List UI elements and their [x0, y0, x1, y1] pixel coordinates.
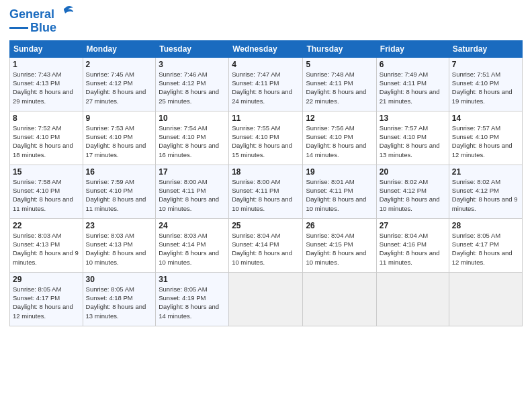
day-info: Sunrise: 8:01 AMSunset: 4:11 PMDaylight:… [306, 178, 366, 212]
calendar-cell: 1Sunrise: 7:43 AMSunset: 4:13 PMDaylight… [10, 57, 83, 111]
day-number: 29 [13, 275, 80, 284]
calendar-cell: 7Sunrise: 7:51 AMSunset: 4:10 PMDaylight… [449, 57, 522, 111]
calendar-cell: 16Sunrise: 7:59 AMSunset: 4:10 PMDayligh… [83, 165, 156, 218]
calendar-cell: 11Sunrise: 7:55 AMSunset: 4:10 PMDayligh… [229, 111, 303, 165]
day-number: 6 [380, 60, 446, 69]
calendar-cell: 5Sunrise: 7:48 AMSunset: 4:11 PMDaylight… [303, 57, 376, 111]
col-header-friday: Friday [376, 40, 449, 57]
calendar-cell: 31Sunrise: 8:05 AMSunset: 4:19 PMDayligh… [156, 272, 229, 326]
day-number: 22 [13, 221, 80, 230]
day-number: 27 [380, 221, 446, 230]
calendar-cell [449, 272, 522, 326]
day-info: Sunrise: 8:04 AMSunset: 4:14 PMDaylight:… [232, 232, 292, 266]
day-number: 15 [13, 167, 80, 177]
day-info: Sunrise: 8:05 AMSunset: 4:18 PMDaylight:… [86, 285, 146, 320]
day-info: Sunrise: 8:02 AMSunset: 4:12 PMDaylight:… [380, 178, 440, 212]
day-info: Sunrise: 7:46 AMSunset: 4:12 PMDaylight:… [159, 71, 219, 105]
day-info: Sunrise: 8:03 AMSunset: 4:13 PMDaylight:… [13, 232, 79, 266]
day-number: 23 [86, 221, 153, 230]
calendar-cell: 27Sunrise: 8:04 AMSunset: 4:16 PMDayligh… [376, 218, 449, 272]
calendar-table: SundayMondayTuesdayWednesdayThursdayFrid… [9, 40, 523, 326]
calendar-cell: 4Sunrise: 7:47 AMSunset: 4:11 PMDaylight… [229, 57, 303, 111]
calendar-week-3: 15Sunrise: 7:58 AMSunset: 4:10 PMDayligh… [10, 165, 523, 218]
calendar-cell [376, 272, 449, 326]
day-info: Sunrise: 8:04 AMSunset: 4:15 PMDaylight:… [306, 232, 366, 266]
day-number: 28 [452, 221, 519, 230]
day-number: 31 [159, 275, 226, 284]
day-number: 9 [86, 113, 153, 123]
day-info: Sunrise: 8:00 AMSunset: 4:11 PMDaylight:… [232, 178, 292, 212]
calendar-cell: 9Sunrise: 7:53 AMSunset: 4:10 PMDaylight… [83, 111, 156, 165]
day-number: 16 [86, 167, 153, 177]
page-header: General Blue [9, 7, 523, 35]
logo-divider [9, 27, 28, 29]
col-header-saturday: Saturday [449, 40, 522, 57]
calendar-cell: 13Sunrise: 7:57 AMSunset: 4:10 PMDayligh… [376, 111, 449, 165]
day-info: Sunrise: 8:03 AMSunset: 4:14 PMDaylight:… [159, 232, 219, 266]
day-number: 18 [232, 167, 300, 177]
day-number: 13 [380, 113, 446, 123]
day-number: 4 [232, 60, 300, 69]
day-info: Sunrise: 7:47 AMSunset: 4:11 PMDaylight:… [232, 71, 292, 105]
calendar-cell: 2Sunrise: 7:45 AMSunset: 4:12 PMDaylight… [83, 57, 156, 111]
calendar-cell: 8Sunrise: 7:52 AMSunset: 4:10 PMDaylight… [10, 111, 83, 165]
calendar-cell: 26Sunrise: 8:04 AMSunset: 4:15 PMDayligh… [303, 218, 376, 272]
calendar-cell: 20Sunrise: 8:02 AMSunset: 4:12 PMDayligh… [376, 165, 449, 218]
day-info: Sunrise: 8:02 AMSunset: 4:12 PMDaylight:… [452, 178, 518, 212]
calendar-cell: 28Sunrise: 8:05 AMSunset: 4:17 PMDayligh… [449, 218, 522, 272]
day-number: 10 [159, 113, 226, 123]
day-number: 2 [86, 60, 153, 69]
logo-blue: Blue [30, 21, 56, 35]
calendar-cell: 15Sunrise: 7:58 AMSunset: 4:10 PMDayligh… [10, 165, 83, 218]
calendar-cell: 30Sunrise: 8:05 AMSunset: 4:18 PMDayligh… [83, 272, 156, 326]
day-info: Sunrise: 7:54 AMSunset: 4:10 PMDaylight:… [159, 124, 219, 158]
day-info: Sunrise: 7:56 AMSunset: 4:10 PMDaylight:… [306, 124, 366, 158]
calendar-cell: 6Sunrise: 7:49 AMSunset: 4:11 PMDaylight… [376, 57, 449, 111]
day-number: 19 [306, 167, 373, 177]
col-header-thursday: Thursday [303, 40, 376, 57]
calendar-cell: 29Sunrise: 8:05 AMSunset: 4:17 PMDayligh… [10, 272, 83, 326]
calendar-body: 1Sunrise: 7:43 AMSunset: 4:13 PMDaylight… [10, 57, 523, 326]
calendar-week-2: 8Sunrise: 7:52 AMSunset: 4:10 PMDaylight… [10, 111, 523, 165]
day-number: 21 [452, 167, 519, 177]
day-info: Sunrise: 7:53 AMSunset: 4:10 PMDaylight:… [86, 124, 146, 158]
calendar-cell [303, 272, 376, 326]
day-info: Sunrise: 7:51 AMSunset: 4:10 PMDaylight:… [452, 71, 513, 105]
calendar-cell: 22Sunrise: 8:03 AMSunset: 4:13 PMDayligh… [10, 218, 83, 272]
col-header-tuesday: Tuesday [156, 40, 229, 57]
day-number: 1 [13, 60, 80, 69]
calendar-week-5: 29Sunrise: 8:05 AMSunset: 4:17 PMDayligh… [10, 272, 523, 326]
calendar-week-1: 1Sunrise: 7:43 AMSunset: 4:13 PMDaylight… [10, 57, 523, 111]
day-number: 30 [86, 275, 153, 284]
calendar-cell: 21Sunrise: 8:02 AMSunset: 4:12 PMDayligh… [449, 165, 522, 218]
calendar-cell: 19Sunrise: 8:01 AMSunset: 4:11 PMDayligh… [303, 165, 376, 218]
day-info: Sunrise: 7:59 AMSunset: 4:10 PMDaylight:… [86, 178, 146, 212]
calendar-week-4: 22Sunrise: 8:03 AMSunset: 4:13 PMDayligh… [10, 218, 523, 272]
calendar-cell: 17Sunrise: 8:00 AMSunset: 4:11 PMDayligh… [156, 165, 229, 218]
calendar-cell: 24Sunrise: 8:03 AMSunset: 4:14 PMDayligh… [156, 218, 229, 272]
day-info: Sunrise: 7:55 AMSunset: 4:10 PMDaylight:… [232, 124, 292, 158]
day-number: 11 [232, 113, 300, 123]
col-header-monday: Monday [83, 40, 156, 57]
day-info: Sunrise: 7:57 AMSunset: 4:10 PMDaylight:… [380, 124, 440, 158]
calendar-cell: 3Sunrise: 7:46 AMSunset: 4:12 PMDaylight… [156, 57, 229, 111]
calendar-cell: 23Sunrise: 8:03 AMSunset: 4:13 PMDayligh… [83, 218, 156, 272]
day-number: 25 [232, 221, 300, 230]
day-info: Sunrise: 7:45 AMSunset: 4:12 PMDaylight:… [86, 71, 146, 105]
day-info: Sunrise: 8:04 AMSunset: 4:16 PMDaylight:… [380, 232, 440, 266]
col-header-wednesday: Wednesday [229, 40, 303, 57]
day-number: 14 [452, 113, 519, 123]
calendar-cell: 14Sunrise: 7:57 AMSunset: 4:10 PMDayligh… [449, 111, 522, 165]
day-number: 3 [159, 60, 226, 69]
day-info: Sunrise: 8:00 AMSunset: 4:11 PMDaylight:… [159, 178, 219, 212]
day-number: 17 [159, 167, 226, 177]
logo-general: General [9, 7, 54, 21]
day-info: Sunrise: 7:58 AMSunset: 4:10 PMDaylight:… [13, 178, 73, 212]
day-info: Sunrise: 7:52 AMSunset: 4:10 PMDaylight:… [13, 124, 73, 158]
day-number: 12 [306, 113, 373, 123]
day-number: 24 [159, 221, 226, 230]
day-number: 5 [306, 60, 373, 69]
day-number: 20 [380, 167, 446, 177]
calendar-header-row: SundayMondayTuesdayWednesdayThursdayFrid… [10, 40, 523, 57]
col-header-sunday: Sunday [10, 40, 83, 57]
